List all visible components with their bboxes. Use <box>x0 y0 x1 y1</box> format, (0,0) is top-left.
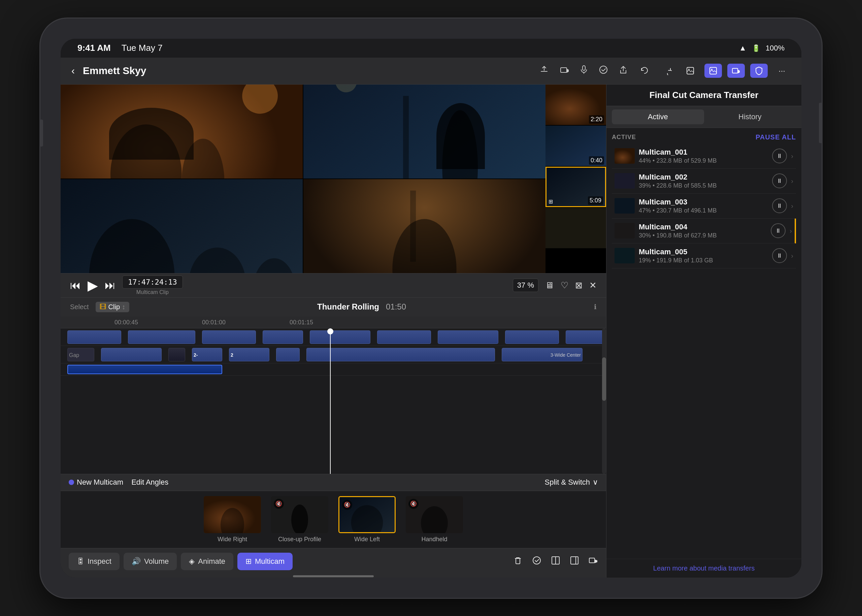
transfer-arrow-5[interactable]: › <box>791 252 793 260</box>
transfer-pause-3[interactable]: ⏸ <box>772 198 787 213</box>
angle-wide-left-img[interactable]: 🔇 <box>338 496 396 533</box>
delete-button[interactable] <box>513 556 523 567</box>
info-bar: Select 🎞 Clip ↕ Thunder Rolling 01:50 ℹ <box>61 297 606 316</box>
split-right-button[interactable] <box>570 556 579 567</box>
split-switch-button[interactable]: Split & Switch ∨ <box>545 478 598 487</box>
clip-badge[interactable]: 🎞 Clip ↕ <box>96 302 129 312</box>
photos-button[interactable] <box>704 64 722 78</box>
mic-button[interactable] <box>580 65 588 77</box>
track-clip-2-2[interactable] <box>101 348 162 361</box>
track-clip-1-4[interactable] <box>263 330 303 344</box>
reject-button[interactable]: ⊠ <box>575 280 583 291</box>
video-cell-1[interactable] <box>61 85 303 179</box>
angles-thumbnails: Wide Right 🔇 Close-up Profile <box>61 491 606 548</box>
heart-button[interactable]: ♡ <box>561 280 568 291</box>
playhead[interactable] <box>330 328 331 474</box>
share-button[interactable] <box>619 65 628 77</box>
track-clip-1-2[interactable] <box>128 330 195 344</box>
angle-handheld[interactable]: 🔇 Handheld <box>406 496 463 543</box>
track-clip-2-4[interactable]: 2- <box>192 348 222 361</box>
track-clip-1-8[interactable] <box>505 330 559 344</box>
track-clip-1-1[interactable] <box>68 330 121 344</box>
track-clip-1-9[interactable] <box>566 330 606 344</box>
transfer-pause-4[interactable]: ⏸ <box>771 223 785 238</box>
shield-button[interactable] <box>750 64 768 78</box>
media-browser-button[interactable] <box>681 64 699 78</box>
split-button[interactable] <box>551 556 560 567</box>
animate-label: Animate <box>198 557 225 566</box>
multicam-button[interactable]: ⊞ Multicam <box>237 553 293 570</box>
angle-wide-right-img[interactable] <box>204 496 261 533</box>
mark-button[interactable] <box>599 65 608 77</box>
track-clip-3-selected[interactable] <box>68 365 222 374</box>
new-multicam-button[interactable]: New Multicam <box>69 478 123 487</box>
video-cell-3[interactable] <box>61 179 303 273</box>
transfer-arrow-4[interactable]: › <box>790 227 792 235</box>
video-cell-2[interactable] <box>303 85 545 179</box>
scroll-indicator[interactable] <box>602 328 606 474</box>
transfer-tabs: Active History <box>606 106 801 128</box>
transfer-arrow-3[interactable]: › <box>791 202 793 210</box>
undo-button[interactable] <box>636 64 653 78</box>
track-clip-2-gap[interactable]: Gap <box>68 348 94 361</box>
timecode-display[interactable]: 17:47:24:13 <box>122 275 183 289</box>
play-button[interactable]: ▶ <box>88 278 98 293</box>
track-clip-2-6[interactable] <box>276 348 300 361</box>
monitor-icon[interactable]: 🖥 <box>545 280 554 291</box>
transfer-arrow-1[interactable]: › <box>791 152 793 160</box>
transfer-arrow-2[interactable]: › <box>791 177 793 185</box>
redo-button[interactable] <box>659 64 676 78</box>
edit-angles-button[interactable]: Edit Angles <box>131 478 168 487</box>
svg-rect-40 <box>571 557 578 564</box>
thumbnail-3[interactable]: 5:09 ⊞ <box>545 167 606 207</box>
fast-forward-button[interactable]: ⏭ <box>105 279 116 292</box>
active-tab[interactable]: Active <box>612 110 704 124</box>
track-clip-1-7[interactable] <box>438 330 498 344</box>
export-button[interactable] <box>539 65 549 77</box>
track-clip-2-5[interactable]: 2 <box>229 348 269 361</box>
video-cell-4[interactable] <box>303 179 545 273</box>
track-clip-1-6[interactable] <box>377 330 431 344</box>
angle-closeup-img[interactable]: 🔇 <box>271 496 328 533</box>
back-button[interactable]: ‹ <box>71 65 75 77</box>
more-button[interactable]: ··· <box>773 64 791 78</box>
transfer-pause-1[interactable]: ⏸ <box>772 149 787 163</box>
animate-button[interactable]: ◈ Animate <box>181 553 233 570</box>
angle-closeup-profile[interactable]: 🔇 Close-up Profile <box>271 496 328 543</box>
inspect-button[interactable]: 🎛 Inspect <box>69 553 119 570</box>
close-button[interactable]: ✕ <box>589 280 597 291</box>
thumbnail-2[interactable]: 0:40 <box>545 126 606 166</box>
camera-add-button[interactable] <box>589 556 598 567</box>
rewind-button[interactable]: ⏮ <box>70 279 81 292</box>
status-bar: 9:41 AM Tue May 7 ▲ 🔋 100% <box>61 39 801 58</box>
track-clip-2-7[interactable] <box>306 348 495 361</box>
clip-label: Clip <box>108 303 120 311</box>
thumbnail-4[interactable] <box>545 208 606 248</box>
camera-transfer-button[interactable] <box>727 64 745 78</box>
transfer-pause-2[interactable]: ⏸ <box>772 173 787 188</box>
ipad-screen: 9:41 AM Tue May 7 ▲ 🔋 100% ‹ Emmett Skyy <box>61 39 801 578</box>
angle-handheld-img[interactable]: 🔇 <box>406 496 463 533</box>
check-button[interactable] <box>532 556 542 567</box>
info-icon[interactable]: ℹ <box>594 303 597 311</box>
camera-button[interactable] <box>560 65 569 77</box>
svg-rect-14 <box>303 85 545 179</box>
history-tab[interactable]: History <box>704 110 796 124</box>
ipad-frame: 9:41 AM Tue May 7 ▲ 🔋 100% ‹ Emmett Skyy <box>41 19 821 598</box>
zoom-display[interactable]: 37 % <box>513 278 539 292</box>
angle-wide-right[interactable]: Wide Right <box>204 496 261 543</box>
track-clip-1-3[interactable] <box>202 330 256 344</box>
track-clip-2-3[interactable] <box>168 348 185 361</box>
track-clip-1-5[interactable] <box>310 330 371 344</box>
select-label: Select <box>70 303 89 311</box>
track-clip-2-8[interactable]: 3-Wide Center <box>502 348 583 361</box>
home-indicator <box>61 575 606 578</box>
transfer-item-1: Multicam_001 44% • 232.8 MB of 529.9 MB … <box>612 144 796 169</box>
volume-button[interactable]: 🔊 Volume <box>124 553 177 570</box>
angle-wide-left[interactable]: 🔇 Wide Left <box>338 496 396 543</box>
learn-more-link[interactable]: Learn more about media transfers <box>653 564 755 572</box>
new-multicam-label: New Multicam <box>77 478 123 487</box>
thumbnail-1[interactable]: 2:20 <box>545 85 606 125</box>
transfer-pause-5[interactable]: ⏸ <box>772 248 787 263</box>
pause-all-button[interactable]: Pause All <box>755 134 796 141</box>
